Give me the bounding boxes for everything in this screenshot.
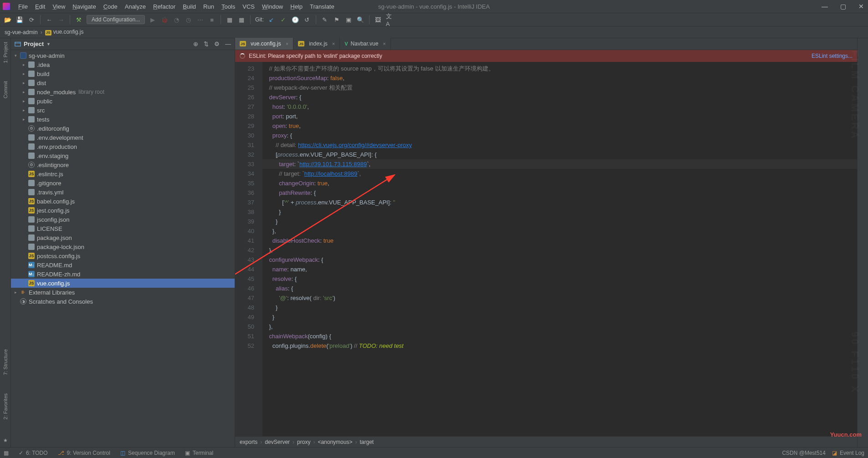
code-line[interactable]: proxy: { [262,131,857,140]
code-editor[interactable]: 2324252627282930313233343536373839404142… [235,62,857,436]
code-line[interactable]: productionSourceMap: false, [262,73,857,83]
status-event-log[interactable]: ◪Event Log [832,450,864,456]
flag-icon[interactable]: ⚑ [333,15,341,24]
add-configuration-button[interactable]: Add Configuration... [87,15,145,24]
toolwin-favorites[interactable]: 2: Favorites [3,393,8,419]
eslint-settings-link[interactable]: ESLint settings... [812,53,853,59]
tree-item[interactable]: ▸tests [11,115,235,124]
tree-item[interactable]: ▸⊪External Libraries [11,288,235,297]
code-line[interactable]: // 如果你不需要生产环境的 source map，可以将其设置为 false … [262,64,857,73]
editor-tab[interactable]: VNavbar.vue× [340,38,390,50]
project-tree[interactable]: ▾sg-vue-admin▸.idea▸build▸dist▸node_modu… [11,50,235,447]
menu-window[interactable]: Window [262,3,283,10]
status-terminal[interactable]: ▣Terminal [185,450,213,456]
code-line[interactable]: } [262,312,857,322]
git-commit-icon[interactable]: ✓ [279,15,288,24]
tree-item[interactable]: .env.development [11,133,235,142]
code-line[interactable]: // detail: https://cli.vuejs.org/config/… [262,140,857,150]
code-line[interactable]: // target: `http://localhost:8989`, [262,169,857,178]
code-line[interactable]: }, [262,322,857,331]
debug-icon[interactable]: 🐞 [160,15,169,24]
code-line[interactable]: resolve: { [262,274,857,284]
menu-navigate[interactable]: Navigate [72,3,96,10]
menu-refactor[interactable]: Refactor [153,3,175,10]
tree-item[interactable]: ⚙.eslintignore [11,160,235,169]
close-tab-icon[interactable]: × [332,41,335,46]
code-line[interactable]: [process.env.VUE_APP_BASE_API]: { [262,150,857,159]
tree-item[interactable]: JSbabel.config.js [11,197,235,206]
tree-item[interactable]: JSjest.config.js [11,206,235,215]
project-pane-title[interactable]: Project [24,41,44,47]
git-history-icon[interactable]: 🕘 [291,15,299,24]
tree-item[interactable]: ▸public [11,97,235,106]
star-icon[interactable]: ★ [3,438,8,443]
tree-item[interactable]: ◑Scratches and Consoles [11,297,235,306]
close-tab-icon[interactable]: × [286,41,288,46]
menu-code[interactable]: Code [103,3,118,10]
tree-item[interactable]: .gitignore [11,178,235,188]
code-line[interactable]: }, [262,226,857,236]
tree-item[interactable]: package-lock.json [11,242,235,251]
tree-item[interactable]: .env.staging [11,151,235,160]
tree-item[interactable]: .travis.yml [11,188,235,197]
wand-icon[interactable]: ✎ [321,15,329,24]
crumb-root[interactable]: sg-vue-admin [5,29,38,36]
close-tab-icon[interactable]: × [383,41,385,46]
editor-crumb[interactable]: devServer [265,439,290,445]
crumb-file[interactable]: JSvue.config.js [45,29,84,36]
menu-edit[interactable]: Edit [35,3,45,10]
stop-icon[interactable]: ■ [208,15,216,24]
menu-view[interactable]: View [52,3,65,10]
tree-item[interactable]: M↓README.md [11,260,235,270]
code-line[interactable]: name: name, [262,265,857,274]
tree-item[interactable]: jsconfig.json [11,215,235,224]
profile-icon[interactable]: ◷ [184,15,192,24]
grid2-icon[interactable]: ▦ [237,15,246,24]
code-line[interactable]: configureWebpack: { [262,255,857,265]
grid1-icon[interactable]: ▦ [226,15,234,24]
editor-crumb[interactable]: proxy [297,439,310,445]
code-line[interactable]: ['^' + process.env.VUE_APP_BASE_API]: '' [262,198,857,207]
editor-crumb[interactable]: target [360,439,374,445]
code-line[interactable]: changeOrigin: true, [262,178,857,188]
status-sequence-diagram[interactable]: ◫Sequence Diagram [120,450,175,456]
editor-tab[interactable]: JSvue.config.js× [235,38,293,50]
sync-icon[interactable]: ⟳ [27,15,36,24]
editor-crumb[interactable]: <anonymous> [318,439,352,445]
editor-crumb[interactable]: exports [240,439,257,445]
toolwin-structure[interactable]: 7: Structure [3,349,8,375]
tree-item[interactable]: ▾sg-vue-admin [11,51,235,60]
tree-item[interactable]: ▸src [11,106,235,115]
tree-item[interactable]: M↓README-zh.md [11,270,235,279]
chevron-down-icon[interactable]: ▼ [46,42,51,46]
menu-run[interactable]: Run [203,3,214,10]
code-line[interactable]: } [262,303,857,312]
code-line[interactable]: target: `http://39.101.73.115:8989`, [262,159,857,169]
code-line[interactable]: } [262,207,857,217]
coverage-icon[interactable]: ◔ [172,15,180,24]
translate-icon[interactable]: 文A [386,15,394,24]
code-line[interactable]: } [262,217,857,226]
menu-analyze[interactable]: Analyze [125,3,146,10]
hide-pane-button[interactable]: — [225,41,231,47]
toolwin-indicator-icon[interactable]: ▦ [4,450,9,456]
search-icon[interactable]: 🔍 [356,15,365,24]
code-line[interactable]: chainWebpack(config) { [262,331,857,341]
code-line[interactable]: '@': resolve( dir: 'src') [262,293,857,303]
code-line[interactable]: devServer: { [262,92,857,102]
tree-item[interactable]: ▸node_moduleslibrary root [11,87,235,97]
toolwin-project[interactable]: 1: Project [3,42,8,63]
close-window-button[interactable]: ✕ [857,3,865,10]
tree-item[interactable]: ▸.idea [11,60,235,69]
open-icon[interactable]: 📂 [4,15,12,24]
screenshot-icon[interactable]: ▣ [344,15,353,24]
menu-help[interactable]: Help [290,3,303,10]
tree-item[interactable]: .env.production [11,142,235,151]
minimize-button[interactable]: — [821,3,829,10]
menu-build[interactable]: Build [183,3,196,10]
git-rollback-icon[interactable]: ↺ [303,15,311,24]
code-line[interactable]: port: port, [262,112,857,121]
hammer-icon[interactable]: ⚒ [75,15,83,24]
code-line[interactable]: host: '0.0.0.0', [262,102,857,112]
dotted-icon[interactable]: ⋯ [196,15,204,24]
